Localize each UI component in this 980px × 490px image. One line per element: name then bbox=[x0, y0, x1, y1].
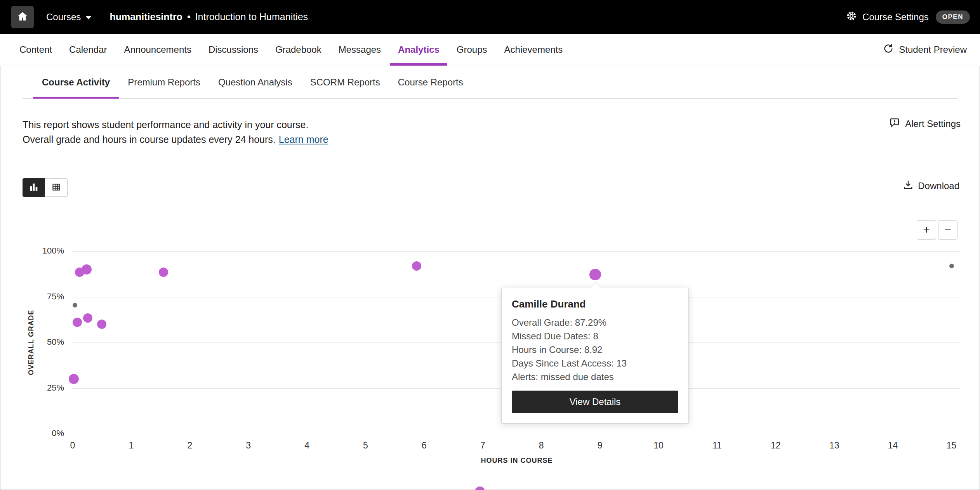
x-tick-label: 3 bbox=[233, 440, 264, 451]
gridline bbox=[72, 434, 961, 434]
x-tick-label: 13 bbox=[819, 440, 850, 451]
x-tick-label: 10 bbox=[643, 440, 674, 451]
x-tick-label: 4 bbox=[292, 440, 323, 451]
tooltip-stat: Overall Grade: 87.29% bbox=[512, 316, 678, 329]
tooltip-student-name: Camille Durand bbox=[512, 298, 678, 310]
data-point[interactable] bbox=[73, 303, 77, 308]
tooltip-stat: Alerts: missed due dates bbox=[512, 370, 678, 384]
tooltip-stat: Missed Due Dates: 8 bbox=[512, 329, 678, 343]
x-tick-label: 0 bbox=[57, 440, 88, 451]
view-details-button[interactable]: View Details bbox=[512, 391, 678, 413]
x-tick-label: 2 bbox=[174, 440, 205, 451]
x-tick-label: 7 bbox=[467, 440, 498, 451]
tooltip-arrow bbox=[589, 281, 601, 294]
x-tick-label: 8 bbox=[526, 440, 557, 451]
x-tick-label: 15 bbox=[936, 440, 967, 451]
data-point[interactable] bbox=[83, 313, 92, 323]
y-tick-label: 75% bbox=[16, 292, 64, 302]
tooltip-stat: Hours in Course: 8.92 bbox=[512, 343, 678, 356]
x-tick-label: 6 bbox=[408, 440, 440, 451]
data-point[interactable] bbox=[159, 268, 168, 277]
data-point[interactable] bbox=[949, 264, 954, 268]
y-tick-label: 0% bbox=[16, 428, 64, 438]
data-point[interactable] bbox=[97, 320, 106, 329]
x-axis-title: HOURS IN COURSE bbox=[481, 457, 553, 465]
y-tick-label: 50% bbox=[16, 337, 64, 347]
y-tick-label: 25% bbox=[16, 383, 64, 393]
data-point[interactable] bbox=[412, 261, 421, 271]
tooltip-stats: Overall Grade: 87.29%Missed Due Dates: 8… bbox=[512, 316, 678, 384]
y-tick-label: 100% bbox=[16, 246, 64, 256]
data-point-partial[interactable] bbox=[475, 487, 485, 490]
tooltip-stat: Days Since Last Access: 13 bbox=[512, 356, 678, 370]
gridline bbox=[72, 251, 961, 252]
x-tick-label: 12 bbox=[760, 440, 791, 451]
x-tick-label: 9 bbox=[584, 440, 615, 451]
student-tooltip: Camille Durand Overall Grade: 87.29%Miss… bbox=[501, 288, 689, 424]
data-point-selected[interactable] bbox=[589, 269, 601, 280]
data-point[interactable] bbox=[73, 318, 82, 327]
x-tick-label: 14 bbox=[877, 440, 909, 451]
data-point[interactable] bbox=[69, 374, 79, 384]
x-tick-label: 11 bbox=[702, 440, 733, 451]
x-tick-label: 5 bbox=[350, 440, 381, 451]
x-tick-label: 1 bbox=[116, 440, 147, 451]
scatter-chart: OVERALL GRADE HOURS IN COURSE Camille Du… bbox=[0, 0, 980, 490]
data-point[interactable] bbox=[82, 264, 92, 275]
analytics-page: Courses humanitiesintro • Introduction t… bbox=[0, 0, 980, 490]
